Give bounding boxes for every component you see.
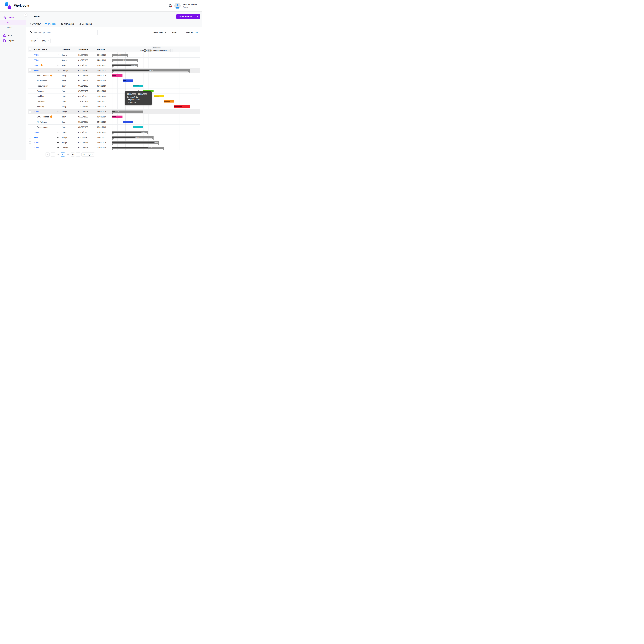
gantt-summary-bar[interactable]: 10% <box>112 111 143 113</box>
gantt-summary-bar[interactable]: 90% <box>112 141 159 144</box>
select-all-checkbox[interactable] <box>29 48 31 50</box>
tab-products[interactable]: Products <box>44 21 57 27</box>
pagination-page-6[interactable]: 6 <box>61 152 65 157</box>
progress-label: 70% <box>149 147 152 149</box>
search-input[interactable] <box>33 31 96 34</box>
product-link[interactable]: PRD-8 <box>34 141 39 144</box>
progress-indicator <box>112 116 116 117</box>
sidebar-collapse-button[interactable] <box>24 13 27 17</box>
product-link[interactable]: PRD-4 <box>34 69 39 71</box>
row-checkbox-cell <box>28 73 32 78</box>
pagination-page-50[interactable]: 50 <box>71 152 75 157</box>
sort-end-date[interactable] <box>110 49 111 50</box>
sort-start-date[interactable] <box>92 49 94 50</box>
product-link[interactable]: PRD-1 <box>34 54 39 56</box>
gantt-summary-bar[interactable]: 60% <box>112 136 154 138</box>
filter-button[interactable]: Filter <box>170 30 179 35</box>
gantt-summary-bar[interactable]: 30% <box>112 54 128 56</box>
sidebar-item-orders-drafts[interactable]: Drafts <box>0 25 26 30</box>
gantt-task-bar[interactable] <box>123 121 133 123</box>
gantt-task-bar[interactable] <box>154 95 164 97</box>
progress-indicator <box>112 137 135 138</box>
pagination-prev-icon[interactable]: ‹ <box>45 152 50 157</box>
gantt-chart: 30%50%75%40%10%80%60%90%70% 03/02/2025 -… <box>112 52 200 150</box>
product-link[interactable]: PRD-9 <box>34 147 39 149</box>
pagination-page-1[interactable]: 1 <box>51 152 55 157</box>
collapse-row-icon[interactable] <box>57 70 58 71</box>
tab-documents[interactable]: Documents <box>78 21 93 27</box>
expand-row-icon[interactable] <box>57 131 59 133</box>
expand-row-icon[interactable] <box>57 54 59 56</box>
product-link[interactable]: PRD-2 <box>34 59 39 61</box>
gantt-task-bar[interactable] <box>123 79 133 82</box>
expand-row-icon[interactable] <box>57 136 59 138</box>
day-scale-dropdown[interactable]: Day <box>40 38 51 43</box>
gantt-summary-bar[interactable]: 75% <box>112 64 138 66</box>
progress-indicator <box>112 70 149 71</box>
sort-product-name[interactable] <box>57 49 58 50</box>
product-name-cell: PRD-5 <box>32 109 60 114</box>
start-date-cell: 03/02/2025 <box>77 119 95 124</box>
expand-row-icon[interactable] <box>57 147 59 148</box>
row-checkbox[interactable] <box>29 147 31 149</box>
gantt-task-bar[interactable] <box>164 100 174 103</box>
product-link[interactable]: PRD-7 <box>34 136 39 138</box>
user-role: Admin <box>183 6 197 8</box>
product-name-cell: PRD-6 <box>32 130 60 135</box>
gantt-day-05: 05 <box>148 49 150 52</box>
row-checkbox-cell <box>28 52 32 57</box>
gantt-task-bar[interactable] <box>133 126 143 128</box>
progress-label: 60% <box>136 136 139 138</box>
sidebar-item-jobs[interactable]: Jobs <box>0 33 26 38</box>
row-checkbox[interactable] <box>29 69 31 71</box>
expand-row-icon[interactable] <box>57 142 59 143</box>
back-arrow-icon[interactable] <box>28 15 31 18</box>
gantt-task-bar[interactable] <box>112 74 122 77</box>
report-file-icon <box>3 39 6 42</box>
sidebar-item-orders-all[interactable]: All <box>0 20 26 25</box>
gantt-task-bar[interactable] <box>112 116 122 118</box>
subtask-name: M! Release <box>34 121 47 123</box>
product-link[interactable]: PRD-6 <box>34 131 39 133</box>
gantt-summary-bar[interactable]: 50% <box>112 59 138 61</box>
start-date-cell: 09/02/2025 <box>77 94 95 99</box>
sidebar-item-orders[interactable]: Orders <box>0 15 26 20</box>
gantt-summary-bar[interactable]: 80% <box>112 131 148 133</box>
notification-bell-icon[interactable] <box>169 4 172 8</box>
row-checkbox[interactable] <box>29 131 31 133</box>
avatar[interactable] <box>174 3 181 9</box>
product-link[interactable]: PRD-3 <box>34 64 39 66</box>
row-checkbox[interactable] <box>29 64 31 66</box>
collapse-row-icon[interactable] <box>57 111 58 113</box>
expand-row-icon[interactable] <box>57 64 59 66</box>
row-checkbox-cell <box>28 88 32 94</box>
page-size-select[interactable]: 10 / page <box>81 152 95 157</box>
sort-duration[interactable] <box>74 49 75 50</box>
expand-row-icon[interactable] <box>57 59 59 61</box>
progress-indicator <box>164 101 170 102</box>
tab-comments[interactable]: Comments <box>60 21 75 27</box>
new-product-button[interactable]: New Product <box>181 30 200 35</box>
gantt-view-dropdown[interactable]: Gantt View <box>151 30 168 35</box>
status-dropdown-button[interactable]: INPROGRESS <box>176 14 200 19</box>
progress-indicator <box>133 127 139 127</box>
start-date-cell: 01/02/2025 <box>77 52 95 57</box>
product-name-cell: PRD-4 <box>32 68 60 73</box>
product-link[interactable]: PRD-5 <box>34 111 39 113</box>
gantt-day-15: 15 <box>167 49 169 52</box>
row-checkbox-cell <box>28 78 32 83</box>
sidebar-item-reports[interactable]: Reports <box>0 38 26 43</box>
chevron-down-icon[interactable] <box>195 16 200 17</box>
today-button[interactable]: Today <box>28 38 38 43</box>
gantt-task-bar[interactable] <box>133 85 143 87</box>
row-checkbox[interactable] <box>29 111 31 113</box>
row-checkbox[interactable] <box>29 141 31 144</box>
row-checkbox[interactable] <box>29 59 31 61</box>
pagination-next-icon[interactable]: › <box>76 152 80 157</box>
tab-overview[interactable]: Overview <box>28 21 41 27</box>
row-checkbox[interactable] <box>29 54 31 56</box>
gantt-summary-bar[interactable]: 40% <box>112 69 190 71</box>
gantt-summary-bar[interactable]: 70% <box>112 147 164 149</box>
row-checkbox[interactable] <box>29 136 31 138</box>
gantt-task-bar[interactable] <box>174 105 190 108</box>
